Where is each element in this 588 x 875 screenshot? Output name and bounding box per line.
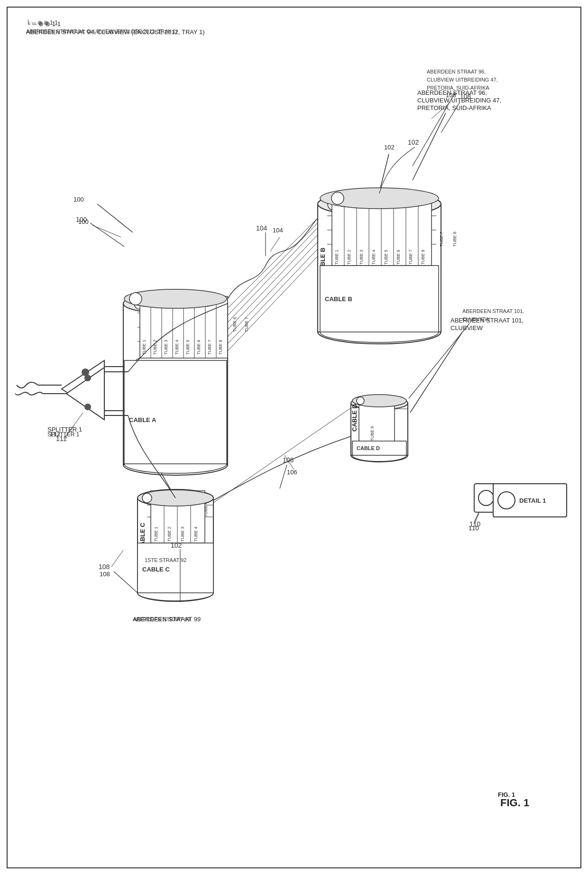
svg-text:TUBE 4: TUBE 4: [371, 249, 376, 265]
svg-text:└  ─  ⊕  ⊗  1:1: └ ─ ⊕ ⊗ 1:1: [26, 19, 58, 26]
svg-text:TUBE 7: TUBE 7: [408, 249, 413, 265]
svg-text:100: 100: [74, 196, 84, 203]
svg-rect-165: [124, 360, 227, 464]
svg-text:TUBE 2: TUBE 2: [167, 526, 172, 542]
svg-point-186: [84, 404, 91, 410]
svg-text:TUBE 8: TUBE 8: [218, 340, 223, 355]
svg-text:TUBE 3: TUBE 3: [164, 340, 168, 355]
svg-text:104: 104: [273, 227, 283, 234]
svg-point-218: [498, 492, 515, 509]
svg-text:FIG. 1: FIG. 1: [500, 797, 529, 809]
svg-text:TUBE 3: TUBE 3: [359, 249, 364, 265]
svg-text:TUBE 6: TUBE 6: [396, 249, 401, 265]
svg-point-183: [129, 293, 142, 305]
svg-text:TUBE 7: TUBE 7: [207, 340, 212, 355]
svg-text:TUBE 5: TUBE 5: [185, 340, 190, 355]
svg-text:CLUBVIEW UITBREIDING 47,: CLUBVIEW UITBREIDING 47,: [427, 77, 498, 83]
svg-text:TUBE 6: TUBE 6: [196, 340, 201, 355]
diagram-svg: └ ─ ⊕ ⊗ 1:1 ABERDEEN STRAAT 94, CLUBVIEW…: [0, 0, 588, 875]
page: └ ─ ⊕ ⊗ 1:1 ABERDEEN STRAAT 94, CLUBVIEW…: [0, 0, 588, 875]
svg-text:102: 102: [408, 138, 419, 146]
svg-text:PRETORIA, SUID-AFRIKA: PRETORIA, SUID-AFRIKA: [427, 85, 489, 91]
svg-text:TUBE 8: TUBE 8: [421, 249, 425, 265]
svg-text:ABERDEEN STRAAT 94, CLUBVIEW (: ABERDEEN STRAAT 94, CLUBVIEW (ENCLOSE 20…: [26, 28, 177, 34]
svg-text:108: 108: [100, 571, 110, 578]
svg-text:TUBE 6: TUBE 6: [232, 317, 237, 332]
svg-point-181: [357, 397, 364, 405]
svg-text:TUBE 7: TUBE 7: [439, 231, 444, 247]
svg-text:108: 108: [460, 92, 471, 100]
svg-text:ABERDEEN STRAAT 99: ABERDEEN STRAAT 99: [133, 617, 190, 622]
svg-rect-0: [0, 0, 588, 875]
svg-text:CABLE D: CABLE D: [357, 445, 380, 451]
svg-point-185: [84, 375, 91, 381]
svg-text:TUBE 7: TUBE 7: [244, 317, 249, 332]
svg-text:PRETORIA, SUID-AFRIKA: PRETORIA, SUID-AFRIKA: [417, 104, 491, 111]
svg-text:CLUBVIEW: CLUBVIEW: [462, 316, 490, 322]
svg-text:TUBE 4: TUBE 4: [175, 340, 179, 355]
svg-text:106: 106: [287, 469, 297, 476]
svg-text:CABLE A: CABLE A: [129, 416, 156, 424]
svg-text:104: 104: [256, 224, 267, 232]
svg-text:TUBE 9: TUBE 9: [370, 426, 375, 441]
svg-text:TUBE 2: TUBE 2: [347, 249, 351, 265]
svg-text:TUBE 5: TUBE 5: [384, 249, 388, 265]
svg-text:1STE STRAAT 92: 1STE STRAAT 92: [145, 557, 186, 563]
svg-text:TUBE 4: TUBE 4: [193, 526, 198, 542]
svg-text:CABLE B: CABLE B: [325, 295, 352, 303]
svg-text:102: 102: [384, 144, 395, 151]
svg-text:ABERDEEN STRAAT 96,: ABERDEEN STRAAT 96,: [427, 69, 486, 74]
svg-text:102: 102: [171, 542, 182, 549]
svg-text:DETAIL 1: DETAIL 1: [519, 497, 546, 504]
svg-point-117: [478, 490, 494, 506]
svg-text:TUBE 1: TUBE 1: [334, 249, 339, 265]
svg-point-171: [331, 192, 344, 204]
svg-text:ABERDEEN STRAAT 101,: ABERDEEN STRAAT 101,: [462, 308, 524, 314]
svg-point-176: [142, 493, 152, 503]
svg-text:100: 100: [76, 216, 87, 223]
svg-text:TUBE 8: TUBE 8: [452, 231, 457, 247]
svg-text:CABLE D: CABLE D: [351, 404, 358, 432]
svg-text:CABLE C: CABLE C: [142, 566, 170, 573]
svg-text:TUBE 1: TUBE 1: [154, 526, 158, 542]
svg-text:CLUBVIEW: CLUBVIEW: [450, 324, 483, 332]
svg-text:112: 112: [56, 435, 67, 442]
svg-text:108: 108: [99, 563, 110, 571]
svg-text:TUBE 3: TUBE 3: [180, 526, 185, 542]
svg-text:106: 106: [283, 456, 294, 464]
